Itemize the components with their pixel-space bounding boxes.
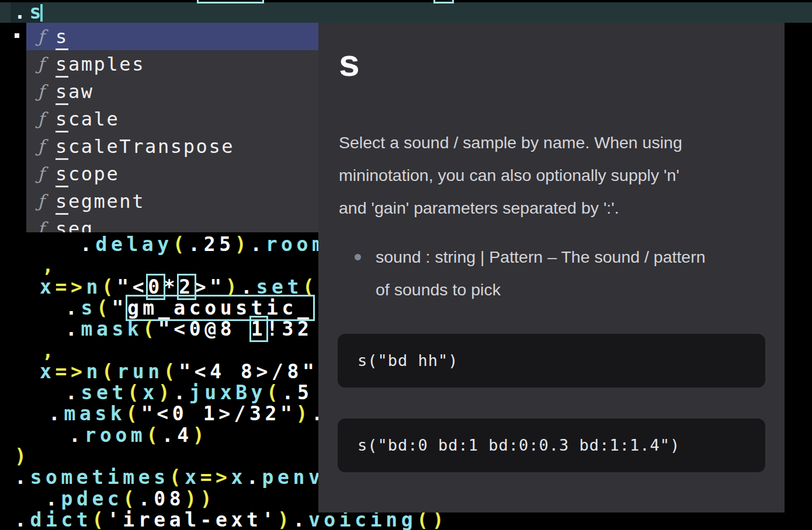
function-icon: ƒ xyxy=(33,50,48,78)
code-token: ) xyxy=(296,402,311,425)
code-token: ( xyxy=(126,402,141,425)
code-token: . xyxy=(65,381,81,404)
code-token: "< xyxy=(117,276,148,298)
code-line: , xyxy=(42,255,57,276)
autocomplete-item-samples[interactable]: ƒsamples xyxy=(26,50,318,78)
code-token: room xyxy=(84,424,146,447)
code-token: . xyxy=(69,424,84,447)
code-line: ) xyxy=(15,446,30,467)
autocomplete-item-label: s xyxy=(55,25,68,48)
code-token: ( xyxy=(303,276,318,298)
autocomplete-item-scaleTranspose[interactable]: ƒscaleTranspose xyxy=(26,132,318,160)
autocomplete-item-label: scope xyxy=(55,162,119,186)
autocomplete-item-label: segment xyxy=(55,190,145,213)
doc-example-block: s("bd:0 bd:1 bd:0:0.3 bd:1:1.4") xyxy=(338,419,765,472)
code-token: ( xyxy=(266,381,282,404)
doc-panel: s Select a sound / sample by name. When … xyxy=(318,23,785,512)
code-token: ( xyxy=(143,318,158,340)
code-token: x xyxy=(143,381,158,404)
editor-active-line[interactable]: .s xyxy=(0,2,812,23)
highlighted-token: 0 xyxy=(148,276,163,298)
code-token: . xyxy=(46,487,61,510)
function-icon: ƒ xyxy=(33,160,48,187)
autocomplete-item-saw[interactable]: ƒsaw xyxy=(26,78,318,105)
code-line: .sometimes(x=>x.penv xyxy=(15,467,324,488)
code-dot xyxy=(15,33,19,38)
code-token: ( xyxy=(164,360,179,383)
autocomplete-item-seg[interactable]: ƒseg xyxy=(26,215,318,232)
code-token: . xyxy=(250,233,265,256)
code-token: mask xyxy=(64,402,126,425)
code-token: x xyxy=(231,466,247,489)
code-token: => xyxy=(200,466,231,489)
code-line: x=>n("<0*2>").set( xyxy=(40,277,318,298)
doc-description-line: Select a sound / sample by name. When us… xyxy=(339,126,762,159)
code-token: sometimes xyxy=(30,466,169,489)
highlighted-token: 1 xyxy=(251,318,266,340)
function-icon: ƒ xyxy=(33,23,48,50)
highlighted-token: 2 xyxy=(179,276,194,298)
code-token: ( xyxy=(146,424,161,447)
doc-title: s xyxy=(339,41,360,85)
code-token: => xyxy=(55,276,86,298)
autocomplete-item-segment[interactable]: ƒsegment xyxy=(26,187,318,215)
code-token: ( xyxy=(96,297,112,319)
code-token: pdec xyxy=(61,487,123,510)
code-token: . xyxy=(48,402,64,425)
doc-example-code: s("bd:0 bd:1 bd:0:0.3 bd:1:1.4") xyxy=(358,419,680,472)
doc-parameter: sound : string | Pattern – The sound / p… xyxy=(376,240,770,306)
code-token: "<0 1>/32" xyxy=(141,402,296,425)
code-token: . xyxy=(14,1,29,23)
text-cursor xyxy=(40,4,43,22)
highlight-fragment xyxy=(197,0,264,4)
function-icon: ƒ xyxy=(33,215,48,232)
code-token: x xyxy=(185,466,200,489)
code-token: .25 xyxy=(188,233,234,256)
highlighted-token: gm_acoustic_ xyxy=(127,297,313,319)
code-line: x=>n(run("<4 8>/8" xyxy=(40,361,318,382)
code-token: x xyxy=(40,276,55,298)
code-token: . xyxy=(65,297,81,319)
code-token: n xyxy=(86,276,101,298)
doc-description: Select a sound / sample by name. When us… xyxy=(339,126,762,224)
autocomplete-item-s[interactable]: ƒs xyxy=(26,23,318,50)
code-token: " xyxy=(112,297,127,319)
code-token: ) xyxy=(225,276,241,298)
code-line: .mask("<0 1>/32"). xyxy=(48,403,327,424)
autocomplete-dropdown: ƒsƒsamplesƒsawƒscaleƒscaleTransposeƒscop… xyxy=(26,23,318,232)
code-token: ( xyxy=(169,466,185,489)
code-token: . xyxy=(293,508,308,530)
autocomplete-item-label: seg xyxy=(55,217,94,233)
code-token: delay xyxy=(95,233,172,256)
code-token: .4 xyxy=(162,424,193,447)
code-token: penv xyxy=(262,466,324,489)
bullet-icon xyxy=(355,254,361,260)
code-token: ) xyxy=(193,424,208,447)
autocomplete-item-scope[interactable]: ƒscope xyxy=(26,160,318,187)
code-token: set xyxy=(256,276,303,298)
code-token: run xyxy=(117,360,163,383)
code-token: "<4 8>/8" xyxy=(179,360,318,383)
code-token: ( xyxy=(102,360,117,383)
code-line: .s("gm_acoustic_ xyxy=(65,298,313,319)
doc-description-line: and 'gain' parameters separated by ':'. xyxy=(339,191,762,224)
autocomplete-item-scale[interactable]: ƒscale xyxy=(26,105,318,132)
code-token: .5 xyxy=(282,381,313,404)
code-token: ) xyxy=(235,233,250,256)
code-line: .delay(.25).room xyxy=(80,234,328,255)
code-token: ( xyxy=(102,276,117,298)
code-token: s xyxy=(81,297,96,319)
code-token: . xyxy=(173,381,189,404)
code-token: ) xyxy=(15,445,30,468)
code-token: . xyxy=(80,233,95,256)
highlight-fragment xyxy=(433,0,454,4)
code-token: set xyxy=(81,381,127,404)
doc-example-code: s("bd hh") xyxy=(358,334,459,388)
code-line: .dict('ireal-ext').voicing() xyxy=(15,510,447,530)
autocomplete-item-label: saw xyxy=(55,80,94,103)
code-token: mask xyxy=(81,318,143,340)
code-token: , xyxy=(42,339,57,362)
code-token: !32 xyxy=(266,318,313,340)
code-token: "<0@8 xyxy=(158,318,251,340)
code-token: )) xyxy=(185,487,216,510)
